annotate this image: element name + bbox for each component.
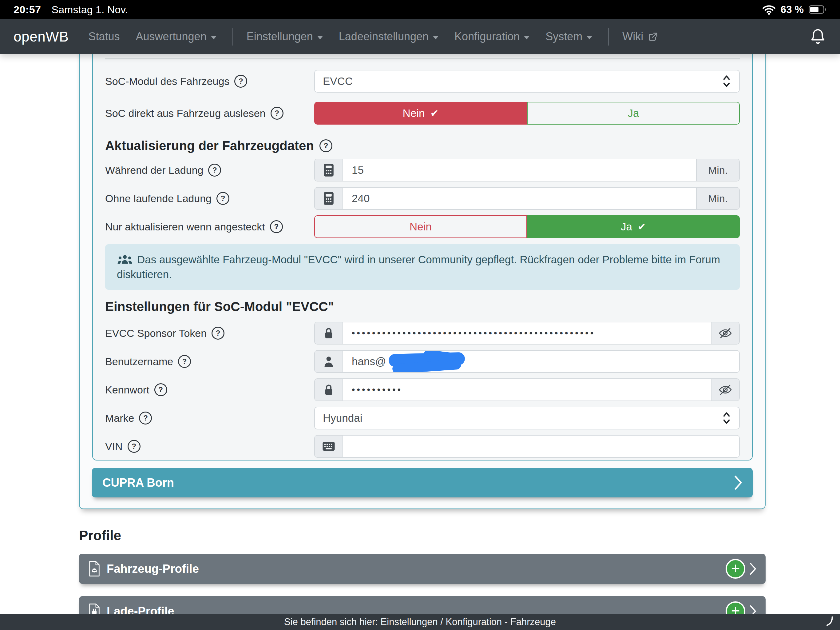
during-charge-unit: Min. <box>696 159 739 181</box>
chevron-right-icon <box>750 562 756 576</box>
nav-item-wiki[interactable]: Wiki <box>622 30 658 43</box>
help-icon[interactable]: ? <box>178 355 191 368</box>
chevron-down-icon <box>317 36 323 40</box>
row-brand: Marke ? Hyundai <box>105 407 740 429</box>
toggle-password-visibility-button[interactable] <box>711 379 739 400</box>
row-during-charge: Während der Ladung ? 15 Min. <box>105 159 740 182</box>
external-link-icon <box>647 31 658 42</box>
brand-select[interactable]: Hyundai <box>314 407 740 429</box>
row-soc-direct: SoC direkt aus Fahrzeug auslesen ? Nein … <box>105 102 740 125</box>
keyboard-icon <box>315 435 343 457</box>
community-info-alert: Das ausgewählte Fahrzeug-Modul "EVCC" wi… <box>105 244 740 290</box>
without-charge-label: Ohne laufende Ladung ? <box>105 192 314 205</box>
help-icon[interactable]: ? <box>271 107 284 120</box>
nav-divider <box>608 28 609 46</box>
section-heading-update: Aktualisierung der Fahrzeugdaten ? <box>105 138 740 154</box>
scribble-indicator-icon <box>825 616 834 629</box>
toggle-token-visibility-button[interactable] <box>711 322 739 344</box>
nav-item-ladeeinstellungen[interactable]: Ladeeinstellungen <box>339 30 439 43</box>
sponsor-token-input[interactable]: ••••••••••••••••••••••••••••••••••••••••… <box>343 322 711 344</box>
soc-module-label: SoC-Modul des Fahrzeugs ? <box>105 75 314 88</box>
divider <box>105 59 740 59</box>
soc-direct-no-button[interactable]: Nein ✔ <box>314 102 527 125</box>
check-icon: ✔ <box>431 108 439 118</box>
chevron-down-icon <box>524 36 529 40</box>
soc-direct-yes-button[interactable]: Ja <box>527 102 740 125</box>
breadcrumb-footer: Sie befinden sich hier: Einstellungen / … <box>0 614 840 630</box>
soc-module-select[interactable]: EVCC <box>314 70 740 93</box>
row-only-plugged: Nur aktualisieren wenn angesteckt ? Nein… <box>105 215 740 238</box>
nav-item-konfiguration[interactable]: Konfiguration <box>455 30 529 43</box>
vin-input[interactable] <box>343 435 739 457</box>
row-without-charge: Ohne laufende Ladung ? 240 Min. <box>105 187 740 210</box>
section-heading-evcc: Einstellungen für SoC-Modul "EVCC" <box>105 299 740 314</box>
vehicle-profiles-label: Fahrzeug-Profile <box>107 562 199 576</box>
help-icon[interactable]: ? <box>234 75 247 88</box>
username-input[interactable]: hans@ <box>343 351 739 372</box>
soc-direct-label: SoC direkt aus Fahrzeug auslesen ? <box>105 107 314 120</box>
without-charge-input[interactable]: 240 <box>343 188 696 209</box>
nav-divider <box>232 28 233 46</box>
help-icon[interactable]: ? <box>212 327 224 340</box>
calculator-icon <box>315 159 343 181</box>
chevron-right-icon <box>734 475 742 490</box>
during-charge-input[interactable]: 15 <box>343 159 696 181</box>
eye-slash-icon <box>718 384 732 396</box>
profiles-heading: Profile <box>79 528 766 543</box>
add-vehicle-profile-button[interactable]: + <box>726 559 745 579</box>
username-label: Benutzername ? <box>105 355 314 368</box>
notifications-bell-button[interactable] <box>809 28 826 45</box>
chevron-down-icon <box>587 36 592 40</box>
help-icon[interactable]: ? <box>154 383 167 396</box>
only-plugged-no-button[interactable]: Nein <box>314 215 527 238</box>
battery-percent: 63 % <box>781 4 804 15</box>
vehicle-profile-icon <box>88 561 101 577</box>
nav-item-auswertungen[interactable]: Auswertungen <box>136 30 216 43</box>
help-icon[interactable]: ? <box>208 164 221 177</box>
chevron-down-icon <box>211 36 216 40</box>
select-chevrons-icon <box>722 411 731 425</box>
sponsor-token-label: EVCC Sponsor Token ? <box>105 327 314 340</box>
brand-openwb[interactable]: openWB <box>14 28 69 45</box>
help-icon[interactable]: ? <box>128 440 141 453</box>
vin-label: VIN ? <box>105 440 314 453</box>
lock-icon <box>315 379 343 400</box>
row-sponsor-token: EVCC Sponsor Token ? •••••••••••••••••••… <box>105 322 740 345</box>
nav-item-system[interactable]: System <box>545 30 592 43</box>
soc-settings-card: SoC-Modul des Fahrzeugs ? EVCC SoC direk… <box>92 43 753 461</box>
row-vin: VIN ? <box>105 435 740 458</box>
during-charge-label: Während der Ladung ? <box>105 164 314 177</box>
row-soc-module: SoC-Modul des Fahrzeugs ? EVCC <box>105 70 740 93</box>
brand-label: Marke ? <box>105 412 314 424</box>
main-navbar: openWB Status Auswertungen Einstellungen… <box>0 19 840 54</box>
only-plugged-yes-button[interactable]: Ja ✔ <box>527 215 740 238</box>
help-icon[interactable]: ? <box>139 412 152 424</box>
person-icon <box>315 351 343 372</box>
help-icon[interactable]: ? <box>319 139 332 152</box>
only-plugged-label: Nur aktualisieren wenn angesteckt ? <box>105 220 314 233</box>
nav-item-status[interactable]: Status <box>88 30 120 43</box>
vehicle-card: SoC-Modul des Fahrzeugs ? EVCC SoC direk… <box>79 43 766 509</box>
help-icon[interactable]: ? <box>216 192 229 205</box>
lock-icon <box>315 322 343 344</box>
nav-item-einstellungen[interactable]: Einstellungen <box>246 30 323 43</box>
breadcrumb: Sie befinden sich hier: Einstellungen / … <box>284 616 556 628</box>
chevron-down-icon <box>433 36 439 40</box>
vehicle-profiles-bar[interactable]: Fahrzeug-Profile + <box>79 554 766 584</box>
status-time: 20:57 <box>14 4 41 16</box>
row-password: Kennwort ? •••••••••• <box>105 378 740 401</box>
bell-icon <box>809 28 826 45</box>
without-charge-unit: Min. <box>696 188 739 209</box>
vehicle-cupra-born-button[interactable]: CUPRA Born <box>92 468 753 497</box>
select-chevrons-icon <box>722 74 731 88</box>
password-input[interactable]: •••••••••• <box>343 379 711 400</box>
check-icon: ✔ <box>638 222 646 232</box>
eye-slash-icon <box>718 327 732 339</box>
row-username: Benutzername ? hans@ <box>105 350 740 373</box>
password-label: Kennwort ? <box>105 383 314 396</box>
ios-status-bar: 20:57 Samstag 1. Nov. 63 % <box>0 0 840 19</box>
battery-icon <box>808 5 826 14</box>
help-icon[interactable]: ? <box>270 220 283 233</box>
community-info-text: Das ausgewählte Fahrzeug-Modul "EVCC" wi… <box>117 253 720 280</box>
users-icon <box>117 254 133 264</box>
